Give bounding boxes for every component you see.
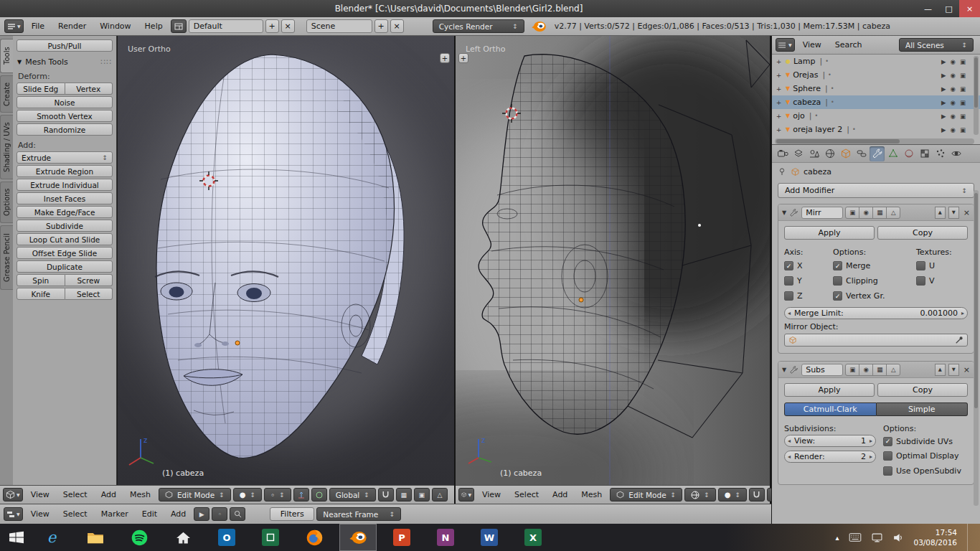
taskbar-outlook[interactable]: O (208, 524, 245, 551)
snap-magnet-icon[interactable] (378, 488, 394, 501)
copy-button[interactable]: Copy (877, 226, 968, 240)
tool-button-select[interactable]: Select (65, 288, 113, 300)
start-button[interactable] (0, 524, 33, 551)
outliner-vertical-scrollbar[interactable] (974, 56, 979, 135)
menu-view[interactable]: View (476, 489, 507, 501)
tool-button-spin[interactable]: Spin (17, 274, 65, 286)
expand-icon[interactable]: + (775, 99, 783, 106)
add-scene-button[interactable]: + (374, 19, 388, 33)
taskbar-powerpoint[interactable]: P (383, 524, 420, 551)
checkbox-checked[interactable]: ✓ (833, 261, 842, 270)
expand-icon[interactable]: + (775, 85, 783, 93)
editor-type-outliner-icon[interactable]: ▼ (776, 38, 795, 52)
tool-button-inset-faces[interactable]: Inset Faces (17, 192, 113, 204)
object-name[interactable]: ojo (793, 111, 805, 121)
editor-type-nla-icon[interactable]: ▼ (4, 507, 23, 521)
tab-modifiers[interactable] (870, 146, 885, 161)
stepper-increment-icon[interactable]: ▸ (870, 453, 872, 460)
taskbar-blender[interactable] (339, 524, 377, 551)
outliner-row-oreja-layer-2[interactable]: + ▼ oreja layer 2 | • ▶◉▣ (772, 123, 980, 136)
tool-button-extrude-region[interactable]: Extrude Region (17, 165, 113, 177)
menu-add[interactable]: Add (95, 489, 122, 501)
delete-modifier-icon[interactable]: × (963, 208, 970, 217)
copy-button[interactable]: Copy (877, 383, 968, 397)
menu-view[interactable]: View (25, 489, 55, 501)
viewport-toggle[interactable]: ◉ (859, 207, 873, 219)
tool-button-screw[interactable]: Screw (65, 274, 113, 286)
tab-world[interactable] (822, 146, 837, 161)
viewport-toggle[interactable]: ◉ (859, 364, 873, 376)
menu-view[interactable]: View (25, 508, 55, 520)
checkbox-subdivide-uvs[interactable]: ✓Subdivide UVs (883, 435, 968, 448)
expand-icon[interactable]: + (775, 113, 783, 120)
taskbar-onenote[interactable]: N (427, 524, 464, 551)
visibility-icon[interactable]: ◉ (951, 126, 956, 133)
taskbar-word[interactable]: W (471, 524, 508, 551)
scrollbar-thumb[interactable] (776, 139, 900, 143)
eyedropper-icon[interactable] (955, 336, 963, 344)
outliner-row-sphere[interactable]: + ▼ Sphere | • ▶◉▣ (772, 82, 980, 95)
menu-mesh[interactable]: Mesh (124, 489, 156, 501)
viewport-side[interactable]: Left Ortho (1) cabeza + z (456, 36, 770, 485)
restrict-toggles[interactable]: ▶◉▣ (941, 113, 977, 120)
checkbox-unchecked[interactable] (916, 261, 925, 270)
visibility-icon[interactable]: ◉ (951, 85, 956, 93)
outliner-row-cabeza[interactable]: + ▼ cabeza | • ▶◉▣ (772, 95, 980, 109)
catmull-clark-button[interactable]: Catmull-Clark (784, 402, 877, 416)
visibility-icon[interactable]: ◉ (951, 72, 956, 79)
tool-button-subdivide[interactable]: Subdivide (17, 220, 113, 232)
checkbox-optimal-display[interactable]: Optimal Display (883, 448, 968, 463)
taskbar-clock[interactable]: 17:54 03/08/2016 (913, 527, 957, 547)
scrollbar-thumb[interactable] (974, 57, 978, 108)
stepper-increment-icon[interactable]: ▸ (961, 310, 964, 316)
taskbar-home-app[interactable] (164, 524, 202, 551)
simple-button[interactable]: Simple (877, 402, 969, 416)
modifier-name-field[interactable]: Mirr (801, 207, 843, 219)
move-up-button[interactable]: ▲ (935, 364, 946, 376)
pivot-point-dropdown[interactable]: ◦ ↕ (264, 488, 291, 501)
render-toggle[interactable]: ▣ (845, 207, 859, 219)
checkbox-merge[interactable]: ✓Merge (833, 258, 913, 273)
screen-layout-icon[interactable] (171, 19, 187, 33)
cage-toggle[interactable]: △ (886, 364, 900, 376)
screen-layout-field[interactable]: Default (189, 19, 263, 33)
checkbox-use-opensubdiv[interactable]: Use OpenSubdiv (883, 463, 968, 478)
tab-particles[interactable] (933, 146, 948, 161)
outliner-row-ojo[interactable]: + ▼ ojo | • ▶◉▣ (772, 109, 980, 123)
tool-button-duplicate[interactable]: Duplicate (17, 260, 113, 273)
object-name[interactable]: cabeza (793, 98, 821, 107)
close-button[interactable]: × (959, 0, 980, 17)
checkbox-texture-v[interactable]: V (916, 273, 968, 288)
menu-search[interactable]: Search (829, 39, 868, 51)
snap-magnet-icon[interactable] (749, 488, 765, 501)
opengl-render-icon[interactable]: ▣ (414, 488, 430, 501)
selectable-icon[interactable]: ▶ (941, 85, 946, 93)
tab-texture[interactable] (917, 146, 932, 161)
manipulator-rotate-icon[interactable] (311, 488, 327, 501)
restrict-toggles[interactable]: ▶◉▣ (941, 58, 977, 65)
collapse-icon[interactable]: ▼ (782, 209, 786, 216)
menu-help[interactable]: Help (139, 20, 169, 32)
tool-button-noise[interactable]: Noise (17, 96, 113, 108)
properties-scrollbar[interactable] (974, 190, 979, 506)
outliner-row-orejas[interactable]: + ▼ Orejas | • ▶◉▣ (772, 68, 980, 82)
mesh-tools-panel-header[interactable]: ▼ Mesh Tools ∷∷ (17, 57, 112, 67)
visibility-icon[interactable]: ◉ (951, 113, 956, 120)
checkbox-checked[interactable]: ✓ (833, 291, 842, 301)
region-expand-button[interactable]: + (440, 53, 450, 63)
tab-create[interactable]: Create (0, 75, 13, 113)
menu-select[interactable]: Select (57, 489, 93, 501)
menu-edit[interactable]: Edit (136, 508, 163, 520)
checkbox-axis-y[interactable]: Y (784, 273, 830, 288)
render-engine-dropdown[interactable]: Cycles Render ↕ (433, 19, 524, 33)
checkbox-unchecked[interactable] (833, 276, 842, 286)
mode-dropdown[interactable]: Edit Mode ↕ (610, 488, 682, 501)
tab-grease-pencil[interactable]: Grease Pencil (0, 225, 13, 290)
tool-button-extrude-individual[interactable]: Extrude Individual (17, 179, 113, 191)
tweak-mode-icon[interactable]: ▶ (194, 507, 209, 521)
menu-select[interactable]: Select (509, 489, 545, 501)
checkbox-texture-u[interactable]: U (916, 258, 968, 273)
taskbar-spotify[interactable] (121, 524, 158, 551)
render-subdivisions-field[interactable]: ◂ Render: 2 ▸ (784, 451, 876, 463)
renderable-icon[interactable]: ▣ (960, 99, 966, 106)
